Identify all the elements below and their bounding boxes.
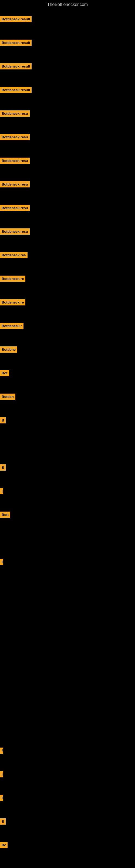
bottleneck-item: Bottleneck result	[0, 16, 32, 22]
bottleneck-item: |	[0, 488, 3, 494]
bottleneck-badge: Bottleneck resu	[0, 228, 30, 235]
bottleneck-item: B	[0, 417, 6, 424]
bottleneck-item: Bottleneck res	[0, 252, 28, 258]
bottleneck-item: |	[0, 771, 3, 777]
bottleneck-badge: Bottleneck resu	[0, 158, 30, 164]
bottleneck-badge: |	[0, 771, 3, 777]
bottleneck-badge: Bott	[0, 512, 10, 518]
bottleneck-item: Bottleneck resu	[0, 111, 30, 117]
bottleneck-badge: Bottleneck re	[0, 276, 26, 282]
bottleneck-item: F	[0, 748, 3, 754]
bottleneck-badge: B	[0, 464, 6, 471]
bottleneck-badge: Bottleneck result	[0, 40, 32, 46]
bottleneck-badge: E	[0, 795, 3, 801]
bottleneck-badge: Bottleneck resu	[0, 205, 30, 211]
bottleneck-badge: Bo	[0, 842, 8, 848]
bottleneck-item: Bottleneck resu	[0, 228, 30, 235]
bottleneck-badge: Bottleneck re	[0, 299, 26, 305]
bottleneck-item: Bot	[0, 370, 9, 376]
bottleneck-item: Bottleneck resu	[0, 158, 30, 164]
bottleneck-item: E	[0, 795, 3, 801]
bottleneck-item: Bottlen	[0, 394, 15, 400]
bottleneck-item: Bottleneck resu	[0, 205, 30, 211]
bottleneck-badge: Bottleneck resu	[0, 111, 30, 117]
bottleneck-item: Bottleneck resu	[0, 134, 30, 140]
bottleneck-item: Bottleneck result	[0, 87, 32, 93]
bottleneck-badge: E	[0, 559, 3, 565]
bottleneck-badge: Bottleneck result	[0, 87, 32, 93]
bottleneck-item: Bottlene	[0, 346, 17, 352]
bottleneck-item: Bottleneck resu	[0, 181, 30, 187]
bottleneck-badge: B	[0, 818, 6, 825]
bottleneck-item: E	[0, 559, 3, 565]
bottleneck-badge: Bottleneck result	[0, 63, 32, 69]
bottleneck-badge: |	[0, 488, 3, 494]
bottleneck-item: B	[0, 818, 6, 825]
bottleneck-badge: Bottlen	[0, 394, 15, 400]
bottleneck-item: Bottleneck re	[0, 276, 26, 282]
bottleneck-badge: Bottleneck r	[0, 323, 24, 329]
site-title: TheBottlenecker.com	[0, 0, 135, 9]
bottleneck-item: Bottleneck result	[0, 40, 32, 46]
bottleneck-item: Bottleneck result	[0, 63, 32, 69]
bottleneck-item: Bottleneck re	[0, 299, 26, 305]
bottleneck-badge: Bottleneck resu	[0, 181, 30, 187]
bottleneck-badge: Bottleneck resu	[0, 134, 30, 140]
bottleneck-item: Bott	[0, 512, 10, 518]
bottleneck-badge: B	[0, 417, 6, 424]
bottleneck-badge: Bot	[0, 370, 9, 376]
bottleneck-item: Bo	[0, 842, 8, 848]
bottleneck-item: Bottleneck r	[0, 323, 24, 329]
bottleneck-badge: Bottlene	[0, 346, 17, 352]
bottleneck-item: B	[0, 464, 6, 471]
bottleneck-badge: Bottleneck result	[0, 16, 32, 22]
bottleneck-badge: Bottleneck res	[0, 252, 28, 258]
bottleneck-badge: F	[0, 748, 3, 754]
